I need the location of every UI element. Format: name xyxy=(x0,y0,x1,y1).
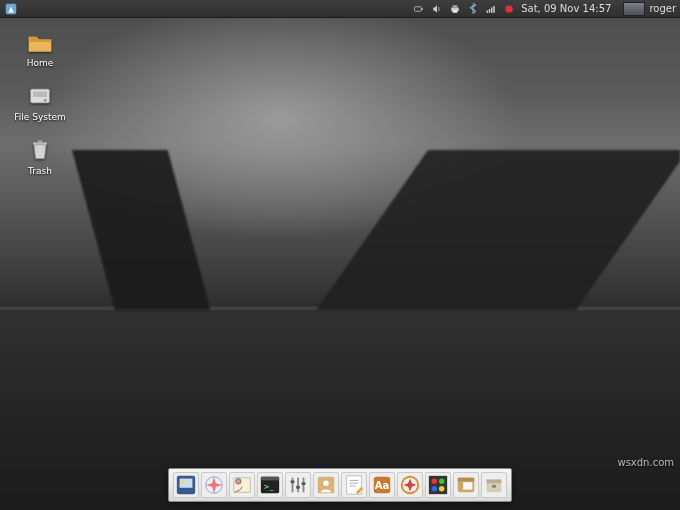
folder-home-icon xyxy=(26,28,54,56)
svg-rect-24 xyxy=(261,477,279,481)
dock: >_ Aa xyxy=(168,468,512,502)
applications-menu-button[interactable] xyxy=(4,2,18,16)
svg-text:>_: >_ xyxy=(264,482,274,491)
svg-rect-31 xyxy=(296,486,300,489)
svg-rect-7 xyxy=(489,9,491,13)
svg-point-44 xyxy=(432,479,438,485)
svg-point-10 xyxy=(505,5,513,13)
top-panel: Sat, 09 Nov 14:57 roger xyxy=(0,0,680,18)
svg-rect-53 xyxy=(492,485,496,488)
archive-app-icon[interactable] xyxy=(481,472,507,498)
desktop-icon-label: Trash xyxy=(28,166,52,176)
screenshot-app-icon[interactable] xyxy=(173,472,199,498)
svg-text:Aa: Aa xyxy=(375,480,390,491)
desktop-icons: Home File System Trash xyxy=(12,28,68,176)
svg-rect-12 xyxy=(33,92,47,97)
svg-point-13 xyxy=(44,99,47,102)
clock[interactable]: Sat, 09 Nov 14:57 xyxy=(521,3,611,14)
svg-rect-8 xyxy=(491,7,493,12)
svg-rect-50 xyxy=(463,482,472,489)
desktop-icon-home[interactable]: Home xyxy=(12,28,68,68)
svg-rect-9 xyxy=(493,6,495,13)
svg-point-47 xyxy=(439,486,445,492)
svg-rect-27 xyxy=(292,478,294,493)
svg-point-46 xyxy=(432,486,438,492)
svg-rect-17 xyxy=(180,479,193,488)
svg-rect-43 xyxy=(429,476,447,494)
svg-rect-14 xyxy=(33,142,47,145)
svg-rect-30 xyxy=(291,480,295,483)
svg-rect-28 xyxy=(297,478,299,493)
svg-rect-1 xyxy=(415,6,422,11)
power-icon[interactable] xyxy=(413,3,425,15)
svg-rect-32 xyxy=(302,482,306,485)
watermark: wsxdn.com xyxy=(617,457,674,468)
user-avatar xyxy=(623,2,645,16)
svg-rect-6 xyxy=(487,10,489,12)
desktop-icon-label: File System xyxy=(14,112,65,122)
svg-point-22 xyxy=(236,479,242,485)
user-menu[interactable]: roger xyxy=(623,2,676,16)
compass-app-icon[interactable] xyxy=(397,472,423,498)
textedit-app-icon[interactable] xyxy=(341,472,367,498)
terminal-app-icon[interactable]: >_ xyxy=(257,472,283,498)
svg-point-45 xyxy=(439,479,445,485)
svg-rect-2 xyxy=(421,8,423,10)
wallpaper-mountains xyxy=(0,150,680,310)
volume-icon[interactable] xyxy=(431,3,443,15)
svg-rect-4 xyxy=(453,5,458,7)
contacts-app-icon[interactable] xyxy=(313,472,339,498)
trash-icon xyxy=(26,136,54,164)
settings-app-icon[interactable] xyxy=(285,472,311,498)
user-name: roger xyxy=(649,3,676,14)
appearance-app-icon[interactable] xyxy=(425,472,451,498)
svg-rect-49 xyxy=(458,478,475,482)
printer-icon[interactable] xyxy=(449,3,461,15)
system-tray: Sat, 09 Nov 14:57 roger xyxy=(413,2,676,16)
svg-rect-15 xyxy=(37,140,42,142)
files-app-icon[interactable] xyxy=(453,472,479,498)
network-signal-icon[interactable] xyxy=(485,3,497,15)
desktop-icon-trash[interactable]: Trash xyxy=(12,136,68,176)
desktop-icon-filesystem[interactable]: File System xyxy=(12,82,68,122)
svg-rect-52 xyxy=(487,480,502,484)
safari-browser-icon[interactable] xyxy=(201,472,227,498)
bluetooth-icon[interactable] xyxy=(467,3,479,15)
updates-icon[interactable] xyxy=(503,3,515,15)
svg-point-34 xyxy=(323,480,329,486)
dictionary-app-icon[interactable]: Aa xyxy=(369,472,395,498)
svg-point-18 xyxy=(181,480,185,484)
drive-icon xyxy=(26,82,54,110)
svg-rect-5 xyxy=(453,10,458,12)
mail-app-icon[interactable] xyxy=(229,472,255,498)
desktop-icon-label: Home xyxy=(27,58,54,68)
